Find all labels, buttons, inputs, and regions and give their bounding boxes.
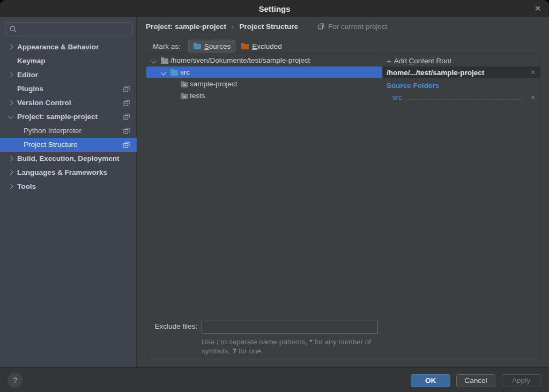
sidebar-item-build-execution-deployment[interactable]: Build, Execution, Deployment — [0, 152, 137, 166]
sidebar-item-plugins[interactable]: Plugins — [0, 82, 137, 96]
sidebar-item-languages-frameworks[interactable]: Languages & Frameworks — [0, 166, 137, 180]
breadcrumb: Project: sample-project › Project Struct… — [146, 21, 387, 31]
search-icon — [9, 25, 17, 33]
remove-content-root-icon[interactable]: ✕ — [525, 69, 540, 76]
mark-as-label: Mark as: — [153, 42, 181, 50]
chevron-down-icon — [8, 114, 13, 119]
close-icon[interactable]: ✕ — [532, 3, 544, 14]
sidebar-item-version-control[interactable]: Version Control — [0, 96, 137, 110]
tree-row-content-root[interactable]: /home/sven/Dokumente/test/sample-project — [146, 55, 382, 66]
excluded-label: E — [252, 42, 257, 50]
chevron-right-icon — [8, 72, 13, 78]
chevron-right-icon — [8, 45, 13, 50]
chevron-down-icon — [161, 70, 166, 76]
per-project-settings-icon — [123, 99, 130, 107]
folder-icon — [160, 57, 169, 64]
sources-label: S — [204, 42, 209, 50]
per-project-settings-icon — [317, 23, 325, 30]
per-project-settings-icon — [123, 85, 130, 93]
sidebar-item-label: Appearance & Behavior — [17, 43, 99, 51]
project-structure-content: /home/sven/Dokumente/test/sample-project… — [146, 53, 540, 358]
folder-icon — [180, 80, 189, 88]
breadcrumb-separator: › — [232, 23, 234, 31]
sidebar-item-label: Version Control — [17, 99, 71, 107]
settings-sidebar: Appearance & Behavior Keymap Editor Plug… — [0, 17, 137, 367]
sidebar-item-keymap[interactable]: Keymap — [0, 54, 137, 68]
ok-button[interactable]: OK — [411, 374, 450, 387]
sidebar-item-label: Project: sample-project — [17, 113, 98, 121]
add-content-root-button[interactable]: + Add Content Root — [387, 56, 451, 65]
settings-nav: Appearance & Behavior Keymap Editor Plug… — [0, 40, 137, 194]
for-current-project-note: For current project — [317, 23, 387, 31]
sidebar-item-label: Keymap — [17, 57, 46, 65]
source-folders-header: Source Folders — [387, 82, 439, 90]
breadcrumb-project: Project: sample-project — [146, 23, 226, 31]
excluded-folder-icon — [241, 42, 249, 50]
mark-excluded-button[interactable]: Excluded — [236, 40, 287, 53]
dotted-leader — [403, 99, 524, 100]
breadcrumb-page: Project Structure — [239, 23, 298, 31]
content-root-tree: /home/sven/Dokumente/test/sample-project… — [146, 53, 382, 358]
sidebar-item-project-sample-project[interactable]: Project: sample-project — [0, 110, 137, 124]
source-folder-entry[interactable]: src ✕ — [383, 92, 540, 102]
tree-node-label: src — [180, 66, 190, 78]
sidebar-item-editor[interactable]: Editor — [0, 68, 137, 82]
sidebar-item-label: Plugins — [17, 85, 43, 93]
tree-row-src[interactable]: src — [146, 66, 382, 78]
main-panel: Project: sample-project › Project Struct… — [137, 17, 549, 367]
settings-dialog: Settings ✕ Appearance & Behavior Keymap … — [0, 0, 549, 392]
content-root-path: /home/.../test/sample-project — [387, 69, 525, 77]
dialog-footer: ? OK Cancel Apply — [0, 367, 549, 392]
sidebar-item-project-structure[interactable]: Project Structure — [0, 138, 137, 152]
folder-icon — [180, 92, 189, 100]
content-root-entry[interactable]: /home/.../test/sample-project ✕ — [383, 66, 540, 78]
chevron-right-icon — [8, 184, 13, 189]
plus-icon: + — [387, 56, 391, 65]
tree-row-sample-project[interactable]: sample-project — [146, 78, 382, 90]
chevron-right-icon — [8, 100, 13, 106]
chevron-down-icon — [151, 58, 157, 64]
sidebar-item-label: Editor — [17, 71, 38, 79]
per-project-settings-icon — [123, 141, 130, 149]
apply-button[interactable]: Apply — [502, 374, 540, 387]
remove-source-folder-icon[interactable]: ✕ — [525, 93, 540, 102]
help-button[interactable]: ? — [8, 373, 23, 388]
sidebar-item-label: Languages & Frameworks — [17, 168, 107, 176]
sidebar-item-label: Build, Execution, Deployment — [17, 154, 120, 162]
mark-sources-button[interactable]: Sources — [188, 40, 236, 53]
tree-row-tests[interactable]: tests — [146, 90, 382, 102]
dialog-title: Settings — [258, 4, 290, 13]
sidebar-item-tools[interactable]: Tools — [0, 180, 137, 194]
sidebar-item-appearance-behavior[interactable]: Appearance & Behavior — [0, 40, 137, 54]
tree-node-label: tests — [190, 90, 205, 102]
sidebar-item-python-interpreter[interactable]: Python Interpreter — [0, 124, 137, 138]
cancel-button[interactable]: Cancel — [456, 374, 495, 387]
per-project-settings-icon — [123, 127, 130, 135]
sidebar-item-label: Tools — [17, 182, 36, 190]
tree-node-label: /home/sven/Dokumente/test/sample-project — [170, 55, 310, 66]
per-project-settings-icon — [123, 113, 130, 121]
source-folder-name: src — [392, 93, 402, 102]
exclude-files-input[interactable] — [202, 321, 378, 334]
sources-folder-icon — [193, 42, 202, 50]
chevron-right-icon — [8, 170, 13, 175]
title-bar: Settings ✕ — [0, 0, 549, 17]
tree-node-label: sample-project — [190, 78, 238, 90]
for-current-project-label: For current project — [328, 23, 387, 31]
exclude-files-hint: Use ; to separate name patterns, * for a… — [202, 337, 381, 356]
mark-as-toolbar: Mark as: Sources Excluded — [153, 40, 287, 53]
sidebar-item-label: Python Interpreter — [24, 127, 81, 135]
sidebar-item-label: Project Structure — [24, 140, 78, 149]
exclude-files-label: Exclude files: — [146, 322, 197, 330]
chevron-right-icon — [8, 156, 13, 161]
source-folder-icon — [170, 69, 179, 76]
question-mark-icon: ? — [13, 375, 17, 384]
content-root-details: + Add Content Root /home/.../test/sample… — [383, 53, 540, 358]
search-input[interactable] — [5, 23, 132, 35]
